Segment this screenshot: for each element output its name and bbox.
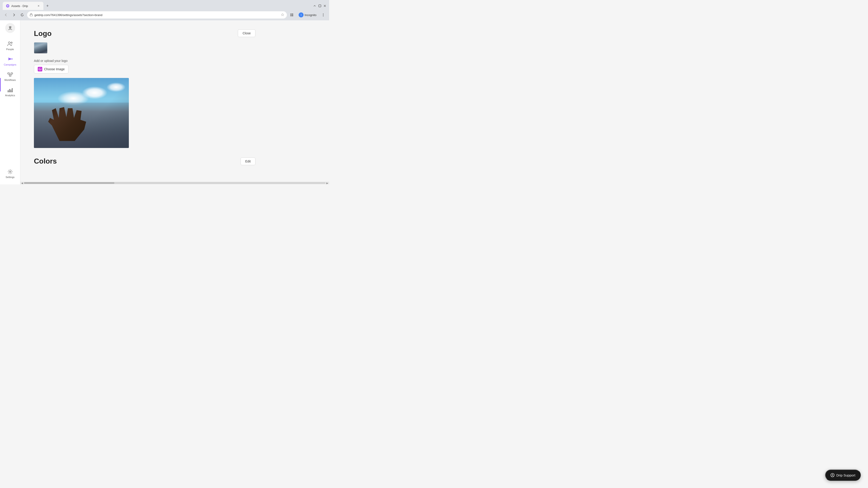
browser-chrome: Assets · Drip ✕ + [0,0,329,20]
svg-line-27 [8,74,10,75]
campaigns-icon [7,56,13,62]
more-options-button[interactable] [320,12,327,18]
sidebar-item-people[interactable]: People [1,38,19,53]
active-nav-indicator [0,78,1,92]
svg-rect-25 [11,73,13,74]
svg-rect-8 [290,13,291,15]
edit-button[interactable]: Edit [241,158,255,165]
svg-rect-9 [292,13,293,15]
svg-point-12 [323,13,324,14]
close-button[interactable]: Close [238,29,255,37]
bookmark-icon[interactable] [281,13,284,17]
favicon-circle [6,4,9,7]
svg-marker-7 [281,13,284,16]
svg-point-36 [39,68,39,69]
logo-thumb-image [34,42,47,53]
people-label: People [6,48,14,51]
address-bar[interactable]: getdrip.com/7641396/settings/assets?sect… [27,11,287,19]
svg-rect-11 [292,15,293,16]
svg-rect-35 [39,68,41,70]
workflows-label: Workflows [4,78,16,81]
app-container: People Campaigns [0,20,329,184]
close-window-button[interactable] [323,4,327,7]
scroll-track[interactable] [24,182,326,184]
sidebar: People Campaigns [0,20,20,184]
extensions-button[interactable] [289,12,295,18]
address-bar-row: getdrip.com/7641396/settings/assets?sect… [0,10,329,20]
image-overlay [34,78,129,148]
analytics-icon [7,87,13,93]
minimize-button[interactable] [313,4,316,7]
reload-button[interactable] [19,12,25,18]
svg-rect-6 [30,14,32,16]
sidebar-item-analytics[interactable]: Analytics [1,85,19,99]
window-controls [313,4,327,7]
sidebar-item-campaigns[interactable]: Campaigns [1,54,19,68]
svg-point-17 [9,26,9,27]
profile-button[interactable]: I Incognito [297,11,318,18]
url-text: getdrip.com/7641396/settings/assets?sect… [34,13,102,17]
svg-point-20 [11,42,12,43]
logo-thumb-bg [34,42,47,53]
tab-favicon [6,4,9,8]
settings-label: Settings [6,176,15,178]
profile-label: Incognito [305,13,316,17]
image-icon [38,67,42,71]
upload-section: Add or upload your logo Choose Image [34,59,255,73]
svg-point-13 [323,15,324,15]
svg-rect-24 [8,73,9,74]
preview-image [34,78,129,148]
choose-image-label: Choose Image [44,67,65,71]
tab-title: Assets · Drip [11,4,35,8]
title-bar: Assets · Drip ✕ + [0,0,329,10]
sidebar-item-settings[interactable]: Settings [1,166,19,181]
horizontal-scrollbar[interactable]: ◀ ▶ [20,182,329,184]
svg-rect-10 [290,15,291,16]
svg-rect-30 [9,89,10,92]
colors-section: Colors Edit [34,157,255,165]
forward-button[interactable] [11,12,17,18]
svg-point-1 [7,5,8,6]
lock-icon [30,13,33,17]
settings-icon [7,168,13,175]
logo-section-header: Logo Close [34,29,255,38]
maximize-button[interactable] [318,4,321,7]
colors-title: Colors [34,157,57,165]
tab-close-button[interactable]: ✕ [37,4,40,8]
svg-rect-29 [8,90,8,92]
workflows-icon [7,71,13,78]
sidebar-bottom: Settings [1,166,19,182]
svg-point-34 [9,171,11,172]
scroll-left-arrow[interactable]: ◀ [21,182,23,184]
content-area: Logo Close Add or upload your logo [20,20,269,174]
preview-image-container [34,78,129,148]
campaigns-label: Campaigns [4,63,17,66]
people-icon [7,41,13,47]
svg-rect-26 [9,75,11,76]
upload-label: Add or upload your logo [34,59,255,63]
choose-image-button[interactable]: Choose Image [34,65,68,73]
svg-point-14 [323,16,324,17]
svg-point-23 [12,59,13,59]
sidebar-item-workflows[interactable]: Workflows [1,69,19,84]
back-button[interactable] [3,12,9,18]
profile-avatar: I [299,12,304,18]
analytics-label: Analytics [5,94,15,97]
new-tab-button[interactable]: + [44,3,51,9]
svg-rect-31 [10,90,11,92]
svg-rect-2 [319,5,321,7]
svg-point-19 [8,42,10,43]
logo-title: Logo [34,29,52,38]
svg-point-18 [11,26,11,27]
main-content: Logo Close Add or upload your logo [20,20,329,184]
svg-rect-32 [12,88,13,92]
logo-thumbnail [34,42,48,54]
svg-line-28 [10,74,12,75]
drip-logo[interactable] [5,23,15,33]
active-tab[interactable]: Assets · Drip ✕ [3,2,43,10]
scroll-right-arrow[interactable]: ▶ [327,182,328,184]
scroll-thumb[interactable] [24,182,114,184]
